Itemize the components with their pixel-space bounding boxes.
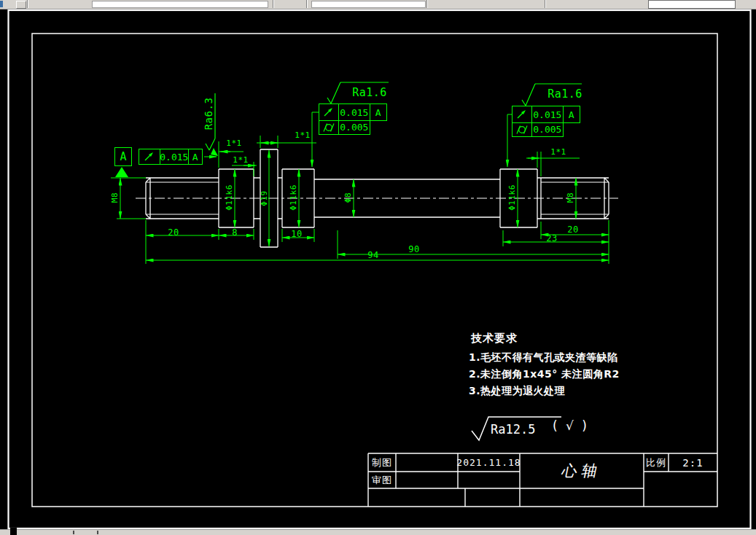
sheet-frames xyxy=(9,10,751,528)
status-strip xyxy=(0,529,756,535)
status-strip-mark xyxy=(73,531,74,534)
frame-notch xyxy=(10,528,17,535)
toolbar-field[interactable] xyxy=(311,1,426,8)
toolbar-separator xyxy=(426,0,428,8)
surface-roughness-icon xyxy=(206,82,582,150)
roughness-note-icon xyxy=(472,417,561,440)
drawing-geometry xyxy=(0,0,756,535)
dimension-lines xyxy=(111,112,609,264)
toolbar-input-box[interactable] xyxy=(648,0,736,9)
datum-triangle-icon xyxy=(115,167,128,177)
toolbar-separator xyxy=(27,0,28,8)
toolbar-separator xyxy=(273,0,274,8)
toolbar-button[interactable] xyxy=(16,1,26,9)
drawing-canvas[interactable]: M8Φ11k6Φ19Φ11k6Φ8Φ11k6M8Ra6.3Ra1.6Ra1.62… xyxy=(0,9,756,530)
status-strip-mark xyxy=(97,531,98,534)
toolbar-separator xyxy=(306,0,308,8)
leader-arrowhead xyxy=(211,148,218,156)
toolbar-field[interactable] xyxy=(92,1,268,8)
title-block-lines xyxy=(368,453,717,507)
cad-window: M8Φ11k6Φ19Φ11k6Φ8Φ11k6M8Ra6.3Ra1.6Ra1.62… xyxy=(0,0,756,535)
toolbar xyxy=(0,0,756,9)
toolbar-separator xyxy=(545,0,546,8)
app-icon xyxy=(0,1,3,7)
